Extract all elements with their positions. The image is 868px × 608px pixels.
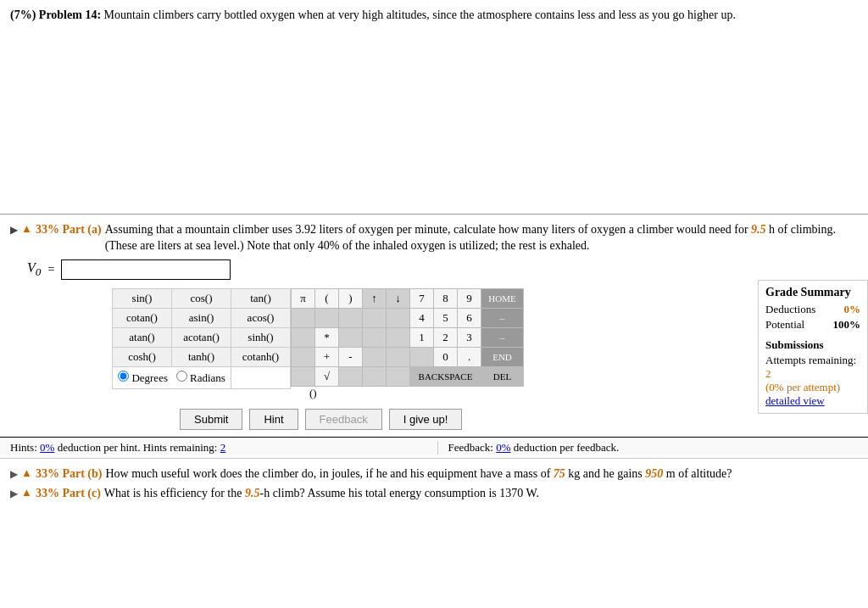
spacer	[0, 27, 868, 214]
give-up-button[interactable]: I give up!	[389, 409, 463, 430]
placeholder-5	[387, 308, 410, 327]
attempts-row: Attempts remaining: 2	[765, 354, 860, 381]
num-0[interactable]: 0	[434, 347, 458, 366]
asin-button[interactable]: asin()	[172, 308, 231, 327]
plus-button[interactable]: +	[315, 347, 339, 366]
num-2[interactable]: 2	[434, 327, 458, 347]
part-c-nav-icon: ▶	[10, 487, 18, 501]
num-3[interactable]: 3	[458, 327, 481, 347]
hints-label: Hints:	[10, 441, 37, 454]
grade-summary-title: Grade Summary	[765, 286, 860, 299]
potential-row: Potential 100%	[765, 318, 860, 332]
placeholder-6	[339, 327, 363, 347]
num-9[interactable]: 9	[458, 288, 481, 308]
feedback-button[interactable]: Feedback	[305, 409, 382, 430]
part-a-header: ▶ ▲ 33% Part (a) Assuming that a mountai…	[10, 221, 858, 254]
radians-radio[interactable]	[176, 371, 187, 382]
submissions-title: Submissions	[765, 338, 860, 352]
part-b-row: ▶ ▲ 33% Part (b) How much useful work do…	[10, 466, 858, 482]
up-button[interactable]: ↑	[363, 288, 387, 308]
action-buttons: Submit Hint Feedback I give up!	[10, 409, 858, 430]
num-7[interactable]: 7	[410, 288, 434, 308]
feedback-pct: 0%	[496, 441, 510, 454]
acotan-button[interactable]: acotan()	[172, 327, 231, 347]
cotan-button[interactable]: cotan()	[113, 308, 172, 327]
attempts-value: 2	[765, 367, 771, 380]
sinh-button[interactable]: sinh()	[231, 327, 291, 347]
hints-bar: Hints: 0% deduction per hint. Hints rema…	[0, 437, 868, 459]
degrees-radio[interactable]	[118, 371, 129, 382]
minus-button[interactable]: -	[339, 347, 363, 366]
feedback-label: Feedback:	[448, 441, 493, 454]
num-1[interactable]: 1	[410, 327, 434, 347]
grade-summary: Grade Summary Deductions 0% Potential 10…	[758, 280, 868, 414]
equals-sign: =	[47, 263, 54, 276]
submissions-section: Submissions Attempts remaining: 2 (0% pe…	[765, 338, 860, 408]
problem-number: (7%) Problem 14:	[10, 8, 101, 21]
part-c-warning-icon: ▲	[21, 485, 32, 500]
asterisk-button[interactable]: *	[315, 327, 339, 347]
part-b-nav-icon: ▶	[10, 467, 18, 482]
down-button[interactable]: ↓	[387, 288, 410, 308]
part-c-text: What is his efficiency for the 9.5-h cli…	[104, 485, 539, 502]
part-a-label: 33% Part (a)	[36, 221, 102, 238]
parens-display-row: ()	[291, 387, 524, 400]
hints-count[interactable]: 2	[220, 441, 226, 454]
atan-button[interactable]: atan()	[113, 327, 172, 347]
num-4[interactable]: 4	[410, 308, 434, 327]
num-8[interactable]: 8	[434, 288, 458, 308]
cotanh-button[interactable]: cotanh()	[231, 347, 291, 366]
potential-label: Potential	[765, 318, 804, 332]
part-b-highlight-mass: 75	[554, 467, 565, 480]
problem-header: (7%) Problem 14: Mountain climbers carry…	[0, 0, 868, 27]
part-a-arrow: ▶	[10, 223, 18, 237]
answer-input[interactable]	[61, 259, 231, 280]
part-b-text: How much useful work does the climber do…	[105, 466, 732, 482]
del-button[interactable]: DEL	[481, 366, 524, 386]
function-buttons-grid: sin() cos() tan() cotan() asin() acos() …	[112, 288, 291, 389]
calculator-container: sin() cos() tan() cotan() asin() acos() …	[10, 288, 858, 400]
pi-button[interactable]: π	[292, 288, 315, 308]
placeholder-3	[339, 308, 363, 327]
part-b-label: 33% Part (b)	[36, 466, 103, 482]
cos-button[interactable]: cos()	[172, 288, 231, 308]
placeholder-2	[315, 308, 339, 327]
radio-row: Degrees Radians	[113, 366, 231, 388]
parts-footer: ▶ ▲ 33% Part (b) How much useful work do…	[0, 459, 868, 509]
tan-button[interactable]: tan()	[231, 288, 291, 308]
placeholder-4	[363, 308, 387, 327]
problem-text: Mountain climbers carry bottled oxygen w…	[104, 8, 736, 21]
hints-right: Feedback: 0% deduction per feedback.	[437, 441, 859, 455]
cosh-button[interactable]: cosh()	[113, 347, 172, 366]
sqrt-button[interactable]: √	[315, 366, 339, 386]
deductions-row: Deductions 0%	[765, 303, 860, 316]
home-button[interactable]: HOME	[481, 288, 524, 308]
degrees-label: Degrees	[131, 371, 168, 384]
right-panel: π ( ) ↑ ↓ 7 8 9 HOME	[291, 288, 524, 400]
close-paren-button[interactable]: )	[339, 288, 363, 308]
potential-value: 100%	[833, 318, 861, 332]
hint-button[interactable]: Hint	[249, 409, 298, 430]
end-button[interactable]: END	[481, 347, 524, 366]
pct-per-attempt: (0% per attempt)	[765, 381, 860, 394]
sin-button[interactable]: sin()	[113, 288, 172, 308]
submit-button[interactable]: Submit	[180, 409, 242, 430]
open-paren-button[interactable]: (	[315, 288, 339, 308]
part-b-highlight-altitude: 950	[645, 467, 663, 480]
part-b-warning-icon: ▲	[21, 466, 32, 481]
tanh-button[interactable]: tanh()	[172, 347, 231, 366]
hints-left: Hints: 0% deduction per hint. Hints rema…	[10, 441, 437, 455]
num-6[interactable]: 6	[458, 308, 481, 327]
dash-button-1[interactable]: –	[481, 308, 524, 327]
part-c-highlight: 9.5	[245, 487, 260, 499]
placeholder-1	[292, 308, 315, 327]
backspace-button[interactable]: BACKSPACE	[410, 366, 481, 386]
vo-subscript: 0	[36, 265, 42, 278]
acos-button[interactable]: acos()	[231, 308, 291, 327]
part-a-warning-icon: ▲	[21, 221, 32, 237]
dash-button-2[interactable]: –	[481, 327, 524, 347]
decimal-button[interactable]: .	[458, 347, 481, 366]
detailed-view-link[interactable]: detailed view	[765, 394, 860, 408]
num-5[interactable]: 5	[434, 308, 458, 327]
part-a-text: Assuming that a mountain climber uses 3.…	[105, 221, 858, 254]
